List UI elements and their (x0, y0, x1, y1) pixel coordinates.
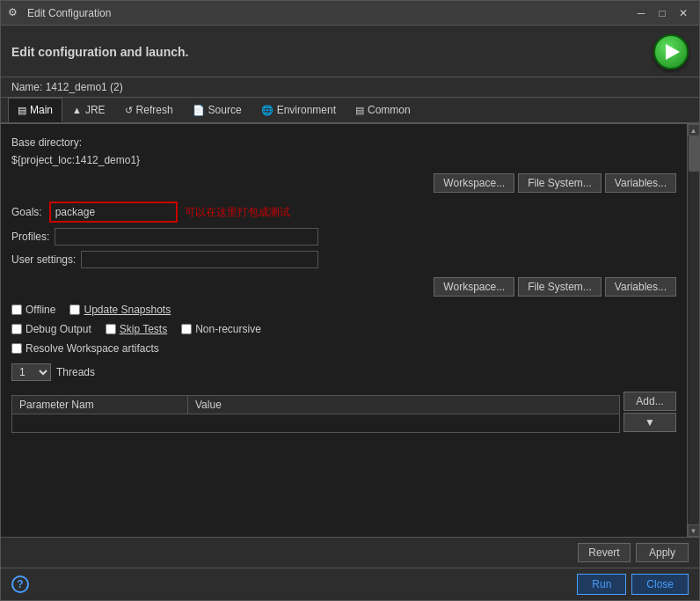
help-button[interactable]: ? (11, 575, 29, 593)
param-table: Parameter Nam Value (11, 395, 620, 433)
resolve-workspace-checkbox[interactable] (11, 343, 22, 354)
main-tab-label: Main (30, 104, 53, 116)
scroll-up-button[interactable]: ▲ (688, 124, 700, 136)
source-tab-icon: 📄 (193, 105, 205, 116)
workspace-button-2[interactable]: Workspace... (434, 277, 514, 297)
profiles-label: Profiles: (11, 231, 49, 243)
action-bar: ? Run Close (1, 568, 699, 600)
update-snapshots-label: Update Snapshots (84, 304, 171, 316)
add-button[interactable]: Add... (623, 392, 676, 411)
name-bar: Name: 1412_demo1 (2) (1, 77, 699, 98)
user-settings-input[interactable] (81, 251, 318, 268)
tab-source[interactable]: 📄 Source (183, 98, 252, 122)
threads-row: 1 2 4 8 Threads (11, 363, 676, 381)
header-section: Edit configuration and launch. (1, 26, 699, 77)
run-button[interactable]: Run (577, 574, 626, 595)
goals-row: Goals: 可以在这里打包成测试 (11, 202, 676, 223)
window-title: Edit Configuration (27, 7, 632, 19)
bottom-bar: Revert Apply (1, 537, 699, 568)
debug-output-checkbox[interactable] (11, 324, 22, 334)
tab-environment[interactable]: 🌐 Environment (252, 98, 346, 122)
update-snapshots-checkbox[interactable] (69, 304, 80, 315)
environment-tab-icon: 🌐 (261, 105, 273, 116)
scroll-thumb[interactable] (689, 136, 699, 172)
main-tab-icon: ▤ (18, 105, 26, 116)
skip-tests-checkbox-item: Skip Tests (106, 323, 167, 335)
param-action-buttons: Add... ▼ (620, 392, 676, 433)
resolve-workspace-label: Resolve Workspace artifacts (26, 342, 159, 355)
chinese-hint: 可以在这里打包成测试 (185, 205, 290, 220)
offline-checkbox-item: Offline (11, 304, 55, 316)
threads-label: Threads (56, 366, 95, 378)
checkbox-row-1: Offline Update Snapshots (11, 304, 676, 316)
base-directory-label: Base directory: (11, 136, 676, 149)
scroll-down-button[interactable]: ▼ (688, 524, 700, 537)
param-col-name: Parameter Nam (12, 396, 188, 414)
scroll-track (688, 136, 700, 524)
param-table-header: Parameter Nam Value (12, 396, 619, 414)
param-table-area: Parameter Nam Value Add... ▼ (11, 392, 676, 433)
profiles-row: Profiles: (11, 228, 676, 246)
goals-input-wrapper (49, 202, 178, 223)
window-icon: ⚙ (8, 6, 22, 20)
non-recursive-checkbox[interactable] (181, 324, 192, 334)
user-settings-row: User settings: (11, 251, 676, 268)
environment-tab-label: Environment (277, 104, 336, 116)
close-window-button[interactable]: ✕ (674, 4, 692, 22)
file-system-button-2[interactable]: File System... (518, 277, 602, 297)
tab-common[interactable]: ▤ Common (346, 98, 420, 122)
tabs-bar: ▤ Main ▲ JRE ↺ Refresh 📄 Source 🌐 Enviro… (1, 98, 699, 124)
user-settings-label: User settings: (11, 253, 76, 266)
checkbox-row-3: Resolve Workspace artifacts (11, 342, 676, 355)
minimize-button[interactable]: ─ (632, 4, 650, 22)
source-tab-label: Source (208, 104, 242, 116)
base-dir-button-row: Workspace... File System... Variables... (11, 173, 676, 193)
file-system-button-1[interactable]: File System... (518, 173, 602, 193)
skip-tests-checkbox[interactable] (106, 324, 116, 334)
refresh-tab-label: Refresh (136, 104, 173, 116)
user-settings-button-row: Workspace... File System... Variables... (11, 277, 676, 297)
refresh-tab-icon: ↺ (125, 105, 133, 116)
profiles-input[interactable] (55, 228, 318, 246)
debug-output-checkbox-item: Debug Output (11, 323, 91, 335)
threads-select[interactable]: 1 2 4 8 (11, 363, 51, 381)
run-arrow-icon (666, 44, 680, 60)
scrollbar: ▲ ▼ (687, 124, 699, 537)
workspace-button-1[interactable]: Workspace... (434, 173, 514, 193)
name-label: Name: 1412_demo1 (2) (11, 81, 123, 93)
table-scroll-button[interactable]: ▼ (623, 413, 676, 432)
update-snapshots-checkbox-item: Update Snapshots (69, 304, 171, 316)
param-col-value: Value (188, 396, 619, 414)
param-table-container: Parameter Nam Value (11, 392, 620, 433)
main-window: ⚙ Edit Configuration ─ □ ✕ Edit configur… (0, 0, 700, 601)
revert-button[interactable]: Revert (578, 543, 631, 562)
base-directory-value: ${project_loc:1412_demo1} (11, 154, 676, 166)
resolve-workspace-checkbox-item: Resolve Workspace artifacts (11, 342, 159, 355)
non-recursive-checkbox-item: Non-recursive (181, 323, 261, 335)
run-close-buttons: Run Close (577, 574, 689, 595)
goals-label: Goals: (11, 206, 42, 218)
non-recursive-label: Non-recursive (195, 323, 261, 335)
param-table-body (12, 414, 619, 432)
run-launch-button[interactable] (653, 34, 689, 70)
checkbox-row-2: Debug Output Skip Tests Non-recursive (11, 323, 676, 335)
skip-tests-label: Skip Tests (120, 323, 167, 335)
offline-checkbox[interactable] (11, 304, 22, 315)
jre-tab-label: JRE (85, 104, 106, 116)
tab-jre[interactable]: ▲ JRE (62, 98, 115, 122)
common-tab-label: Common (368, 104, 411, 116)
header-title: Edit configuration and launch. (11, 45, 188, 59)
offline-label: Offline (26, 304, 55, 316)
goals-input[interactable] (52, 204, 175, 220)
close-button[interactable]: Close (631, 574, 689, 595)
common-tab-icon: ▤ (355, 105, 364, 116)
variables-button-1[interactable]: Variables... (605, 173, 676, 193)
maximize-button[interactable]: □ (653, 4, 671, 22)
jre-tab-icon: ▲ (72, 105, 82, 115)
window-controls: ─ □ ✕ (632, 4, 692, 22)
variables-button-2[interactable]: Variables... (605, 277, 676, 297)
apply-button[interactable]: Apply (636, 543, 689, 562)
tab-refresh[interactable]: ↺ Refresh (115, 98, 183, 122)
tab-main[interactable]: ▤ Main (8, 98, 62, 122)
debug-output-label: Debug Output (26, 323, 91, 335)
